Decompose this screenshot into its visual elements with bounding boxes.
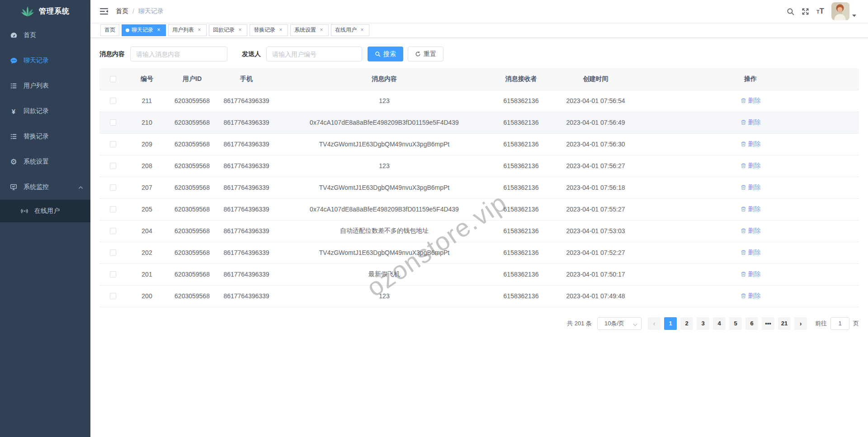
avatar[interactable] xyxy=(831,2,849,20)
row-checkbox[interactable] xyxy=(110,141,116,147)
cell-phone: 8617764396339 xyxy=(217,285,276,307)
breadcrumb: 首页 / 聊天记录 xyxy=(116,7,164,15)
tab-close-icon[interactable]: × xyxy=(196,27,203,33)
column-header-receiver: 消息接收者 xyxy=(493,68,549,90)
user-menu[interactable] xyxy=(831,2,856,20)
sidebar-item-online-users[interactable]: 在线用户 xyxy=(0,200,90,222)
tab-payment-records[interactable]: 回款记录× xyxy=(209,24,247,36)
delete-label: 删除 xyxy=(748,227,761,235)
cell-phone: 8617764396339 xyxy=(217,155,276,177)
reset-button[interactable]: 重置 xyxy=(408,47,443,61)
search-icon xyxy=(375,51,381,57)
tab-close-icon[interactable]: × xyxy=(156,27,162,33)
row-checkbox[interactable] xyxy=(110,184,116,191)
sidebar-item-home[interactable]: 首页 xyxy=(0,23,90,48)
row-checkbox[interactable] xyxy=(110,163,116,169)
yen-icon: ¥ xyxy=(9,108,18,115)
tab-chat-records[interactable]: 聊天记录× xyxy=(122,24,166,36)
delete-button[interactable]: 删除 xyxy=(741,97,761,105)
prev-page-button[interactable]: ‹ xyxy=(648,317,660,330)
pager-ellipsis[interactable]: ••• xyxy=(762,317,774,330)
breadcrumb-separator: / xyxy=(132,8,134,15)
row-checkbox[interactable] xyxy=(110,206,116,212)
tab-replace-records[interactable]: 替换记录× xyxy=(250,24,288,36)
search-button[interactable]: 搜索 xyxy=(368,47,403,61)
page-button-5[interactable]: 5 xyxy=(729,317,742,330)
filter-form: 消息内容 发送人 搜索 重置 xyxy=(90,38,868,68)
delete-button[interactable]: 删除 xyxy=(741,118,761,127)
row-checkbox[interactable] xyxy=(110,271,116,277)
message-content-input[interactable] xyxy=(130,47,227,61)
page-size-select[interactable]: 10条/页 xyxy=(597,317,642,330)
delete-button[interactable]: 删除 xyxy=(741,162,761,170)
tab-close-icon[interactable]: × xyxy=(278,27,284,33)
sidebar-item-user-list[interactable]: 用户列表 xyxy=(0,73,90,99)
page-button-3[interactable]: 3 xyxy=(697,317,709,330)
cell-actions: 删除 xyxy=(642,285,859,307)
tab-close-icon[interactable]: × xyxy=(237,27,243,33)
tab-label: 首页 xyxy=(104,26,115,34)
tab-close-icon[interactable]: × xyxy=(359,27,365,33)
trash-icon xyxy=(741,293,746,299)
sidebar-item-replace-records[interactable]: 替换记录 xyxy=(0,124,90,149)
column-header-phone: 手机 xyxy=(217,68,276,90)
delete-button[interactable]: 删除 xyxy=(741,270,761,278)
goto-page-input[interactable] xyxy=(830,317,849,330)
tab-close-icon[interactable]: × xyxy=(318,27,325,33)
trash-icon xyxy=(741,271,746,277)
tab-online-users[interactable]: 在线用户× xyxy=(331,24,369,36)
chat-records-table-wrap: 编号用户ID手机消息内容消息接收者创建时间操作 2116203059568861… xyxy=(99,68,859,307)
sidebar-item-label: 系统设置 xyxy=(24,158,49,166)
sender-input[interactable] xyxy=(266,47,362,61)
cell-actions: 删除 xyxy=(642,177,859,198)
app-logo[interactable]: 管理系统 xyxy=(0,0,90,23)
row-checkbox[interactable] xyxy=(110,293,116,299)
delete-button[interactable]: 删除 xyxy=(741,205,761,213)
row-checkbox[interactable] xyxy=(110,249,116,256)
tab-home[interactable]: 首页 xyxy=(100,24,119,36)
chat-icon xyxy=(9,57,18,65)
page-button-4[interactable]: 4 xyxy=(713,317,726,330)
table-row: 20962030595688617764396339TV4zGWomtJ1E63… xyxy=(99,133,859,155)
page-button-21[interactable]: 21 xyxy=(778,317,791,330)
sidebar-item-system-settings[interactable]: ⚙系统设置 xyxy=(0,149,90,174)
page-content: 消息内容 发送人 搜索 重置 xyxy=(90,38,868,437)
delete-button[interactable]: 删除 xyxy=(741,249,761,257)
table-row: 2116203059568861776439633912361583621362… xyxy=(99,90,859,112)
tab-label: 在线用户 xyxy=(335,26,357,34)
cell-created-at: 2023-04-01 07:53:03 xyxy=(549,220,642,242)
fullscreen-icon[interactable] xyxy=(802,8,809,15)
cell-user-id: 6203059568 xyxy=(167,198,217,220)
sidebar-item-payment-records[interactable]: ¥回款记录 xyxy=(0,99,90,124)
font-size-icon[interactable]: TT xyxy=(816,7,824,16)
row-checkbox[interactable] xyxy=(110,98,116,104)
delete-button[interactable]: 删除 xyxy=(741,183,761,192)
row-checkbox[interactable] xyxy=(110,228,116,234)
delete-button[interactable]: 删除 xyxy=(741,292,761,300)
select-all-checkbox[interactable] xyxy=(110,76,116,82)
cell-user-id: 6203059568 xyxy=(167,133,217,155)
active-tab-dot xyxy=(126,28,129,32)
page-button-1[interactable]: 1 xyxy=(664,317,677,330)
tab-system-settings[interactable]: 系统设置× xyxy=(290,24,329,36)
cell-created-at: 2023-04-01 07:52:27 xyxy=(549,242,642,263)
search-icon[interactable] xyxy=(787,8,794,15)
page-button-6[interactable]: 6 xyxy=(745,317,758,330)
sidebar-item-system-monitor[interactable]: 系统监控 xyxy=(0,174,90,200)
delete-label: 删除 xyxy=(748,183,761,192)
cell-created-at: 2023-04-01 07:56:30 xyxy=(549,133,642,155)
page-button-2[interactable]: 2 xyxy=(680,317,693,330)
sidebar-item-chat-records[interactable]: 聊天记录 xyxy=(0,48,90,73)
gear-icon: ⚙ xyxy=(9,158,18,166)
next-page-button[interactable]: › xyxy=(794,317,807,330)
breadcrumb-home[interactable]: 首页 xyxy=(116,7,128,15)
sidebar-menu: 首页聊天记录用户列表¥回款记录替换记录⚙系统设置系统监控在线用户 xyxy=(0,23,90,222)
column-header-message: 消息内容 xyxy=(276,68,493,90)
tab-user-list[interactable]: 用户列表× xyxy=(168,24,207,36)
row-checkbox[interactable] xyxy=(110,119,116,126)
delete-button[interactable]: 删除 xyxy=(741,140,761,148)
table-row: 205620305956886177643963390x74cA107dE8a8… xyxy=(99,198,859,220)
goto-suffix: 页 xyxy=(853,320,859,328)
delete-button[interactable]: 删除 xyxy=(741,227,761,235)
sidebar-fold-icon[interactable] xyxy=(99,7,108,15)
